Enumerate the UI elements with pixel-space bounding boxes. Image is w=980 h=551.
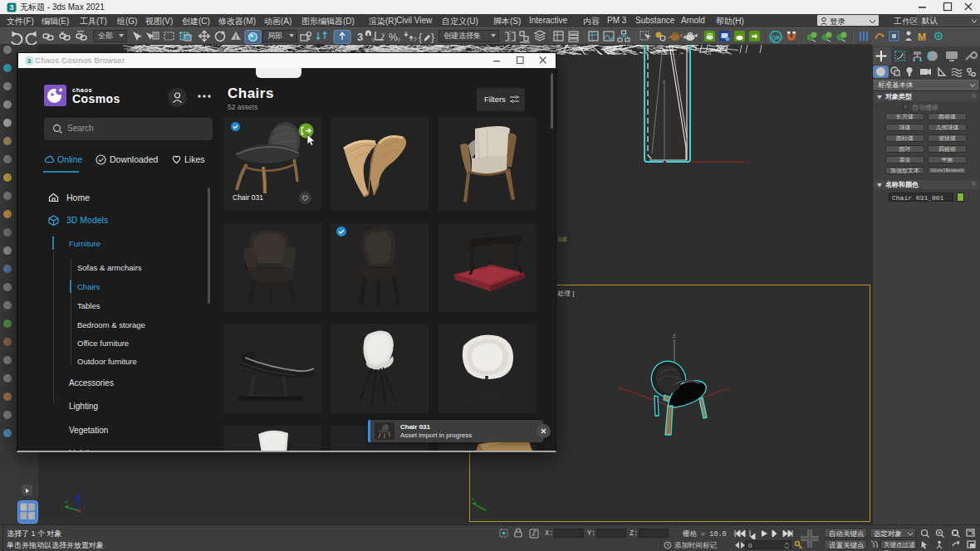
svg-text:{: { bbox=[419, 32, 422, 43]
svg-text:X: X bbox=[618, 386, 622, 392]
svg-text:}: } bbox=[431, 32, 434, 43]
svg-text:x: x bbox=[472, 496, 474, 501]
svg-text:z: z bbox=[74, 496, 76, 501]
svg-text:z: z bbox=[663, 79, 665, 84]
svg-text:y: y bbox=[65, 499, 67, 504]
svg-text:QR: QR bbox=[771, 34, 781, 41]
svg-text:x: x bbox=[728, 386, 731, 392]
svg-text:?: ? bbox=[397, 37, 400, 43]
svg-text:3: 3 bbox=[9, 3, 13, 12]
svg-text:?: ? bbox=[371, 37, 375, 43]
svg-text:?: ? bbox=[414, 37, 417, 42]
svg-text:M: M bbox=[918, 32, 926, 43]
svg-text:3: 3 bbox=[357, 31, 363, 43]
svg-text:x: x bbox=[745, 160, 747, 165]
svg-text:Z: Z bbox=[673, 334, 676, 339]
svg-text:登录: 登录 bbox=[830, 17, 846, 26]
svg-text:?: ? bbox=[381, 32, 385, 38]
svg-text:3: 3 bbox=[27, 57, 32, 65]
